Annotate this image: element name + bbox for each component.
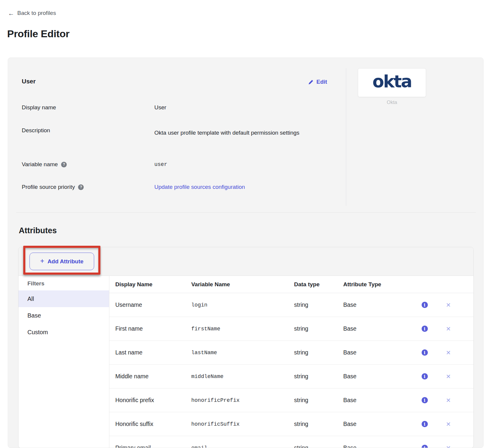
delete-attribute-icon[interactable]: ✕ [446, 302, 451, 308]
cell-variable-name: email [191, 445, 294, 448]
filter-item-all[interactable]: All [18, 290, 109, 307]
table-row: Honorific suffix honorificSuffix string … [109, 412, 473, 436]
cell-attribute-type: Base [343, 421, 413, 427]
col-attribute-type: Attribute Type [343, 281, 413, 288]
cell-display-name: First name [115, 325, 191, 332]
col-variable-name: Variable Name [191, 281, 294, 288]
table-row: Middle name middleName string Base i ✕ [109, 365, 473, 388]
cell-attribute-type: Base [343, 301, 413, 308]
delete-attribute-icon[interactable]: ✕ [446, 421, 451, 427]
description-value: Okta user profile template with default … [154, 127, 307, 138]
info-icon[interactable]: i [422, 373, 428, 379]
filter-item-custom[interactable]: Custom [18, 324, 109, 340]
edit-button-label: Edit [316, 79, 327, 85]
table-row: Primary email email string Base i ✕ [109, 436, 473, 448]
card-vertical-divider [346, 68, 346, 206]
info-icon[interactable]: i [422, 445, 428, 448]
display-name-value: User [154, 104, 166, 111]
cell-data-type: string [294, 325, 343, 332]
cell-display-name: Middle name [115, 373, 191, 380]
update-profile-sources-link[interactable]: Update profile sources configuration [154, 184, 245, 190]
okta-logo: okta [372, 73, 411, 90]
cell-variable-name: middleName [191, 374, 294, 379]
cell-attribute-type: Base [343, 444, 413, 448]
cell-display-name: Username [115, 301, 191, 308]
table-row: Honorific prefix honorificPrefix string … [109, 388, 473, 412]
cell-variable-name: honorificSuffix [191, 421, 294, 427]
description-label: Description [22, 127, 50, 134]
filters-heading: Filters [18, 276, 109, 290]
variable-name-label: Variable name ? [22, 161, 67, 168]
table-row: Last name lastName string Base i ✕ [109, 341, 473, 365]
info-icon[interactable]: i [422, 302, 428, 308]
cell-attribute-type: Base [343, 349, 413, 356]
okta-logo-caption: Okta [358, 99, 426, 105]
cell-data-type: string [294, 444, 343, 448]
back-arrow-icon: ← [8, 10, 14, 16]
table-header-row: Display Name Variable Name Data type Att… [109, 276, 473, 293]
card-horizontal-divider [16, 212, 476, 213]
page-title: Profile Editor [7, 28, 69, 40]
cell-data-type: string [294, 397, 343, 404]
cell-variable-name: login [191, 302, 294, 308]
delete-attribute-icon[interactable]: ✕ [446, 350, 451, 356]
delete-attribute-icon[interactable]: ✕ [446, 326, 451, 332]
cell-attribute-type: Base [343, 397, 413, 404]
filters-sidebar: Filters All Base Custom [18, 276, 109, 448]
delete-attribute-icon[interactable]: ✕ [446, 445, 451, 448]
cell-variable-name: honorificPrefix [191, 397, 294, 403]
info-icon[interactable]: i [422, 326, 428, 332]
profile-source-priority-help-icon[interactable]: ? [78, 184, 84, 190]
profile-card-heading: User [22, 78, 36, 85]
info-icon[interactable]: i [422, 349, 428, 356]
variable-name-value: user [154, 161, 167, 167]
attributes-table: Display Name Variable Name Data type Att… [109, 276, 473, 448]
filter-item-base[interactable]: Base [18, 307, 109, 324]
okta-logo-box: okta [358, 68, 426, 97]
attributes-panel: + Add Attribute Filters All Base Custom … [18, 247, 474, 448]
cell-variable-name: firstName [191, 326, 294, 332]
profile-source-priority-label: Profile source priority ? [22, 184, 84, 190]
cell-data-type: string [294, 421, 343, 427]
cell-variable-name: lastName [191, 350, 294, 356]
delete-attribute-icon[interactable]: ✕ [446, 397, 451, 403]
back-to-profiles-link[interactable]: ← Back to profiles [8, 10, 56, 16]
display-name-label: Display name [22, 104, 56, 111]
edit-button[interactable]: Edit [308, 79, 327, 85]
red-highlight-box [23, 246, 100, 275]
cell-data-type: string [294, 301, 343, 308]
delete-attribute-icon[interactable]: ✕ [446, 374, 451, 379]
cell-data-type: string [294, 373, 343, 380]
back-link-label: Back to profiles [17, 10, 56, 16]
table-row: First name firstName string Base i ✕ [109, 317, 473, 341]
cell-attribute-type: Base [343, 325, 413, 332]
info-icon[interactable]: i [422, 397, 428, 403]
attributes-heading: Attributes [19, 226, 57, 235]
table-row: Username login string Base i ✕ [109, 293, 473, 317]
cell-attribute-type: Base [343, 373, 413, 380]
cell-display-name: Honorific suffix [115, 421, 191, 427]
cell-display-name: Honorific prefix [115, 397, 191, 404]
pencil-icon [308, 80, 313, 85]
cell-display-name: Last name [115, 349, 191, 356]
col-data-type: Data type [294, 281, 343, 288]
cell-display-name: Primary email [115, 444, 191, 448]
info-icon[interactable]: i [422, 421, 428, 427]
col-display-name: Display Name [115, 281, 191, 288]
cell-data-type: string [294, 349, 343, 356]
variable-name-help-icon[interactable]: ? [61, 162, 67, 167]
